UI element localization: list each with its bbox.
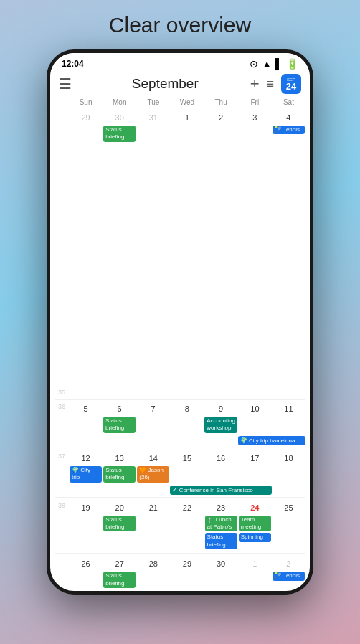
day-cell[interactable]: 31	[136, 110, 170, 387]
screen: 12:04 ⊙ ▲ ▌ 🔋 ☰ September + ≡ SEP 24	[50, 53, 310, 591]
day-num: 1	[181, 111, 194, 124]
day-cell[interactable]: 7	[136, 401, 170, 435]
day-cell[interactable]: 27 Status briefing	[103, 556, 136, 589]
day-cell[interactable]: 1	[238, 556, 272, 589]
day-cell[interactable]: 23 🍴 Lunch at Pablo's Status briefing	[204, 500, 238, 551]
signal-icon: ▌	[275, 58, 283, 70]
day-cell[interactable]: 3	[238, 110, 272, 387]
day-cell-today[interactable]: 24 Team meeting Spinning	[238, 500, 272, 551]
day-cell[interactable]: 2	[204, 110, 238, 387]
day-num: 14	[147, 452, 160, 465]
event-team-meeting[interactable]: Team meeting	[239, 516, 271, 532]
day-cell[interactable]: 19	[69, 500, 103, 551]
day-cell[interactable]: 30 Status briefing	[103, 110, 136, 387]
day-num: 22	[181, 501, 194, 514]
day-cell[interactable]: 13 Status briefing	[103, 450, 136, 484]
day-cell[interactable]: 10	[238, 401, 272, 435]
dow-mon: Mon	[103, 98, 136, 106]
calendar-today-button[interactable]: SEP 24	[281, 74, 301, 94]
day-num: 17	[248, 452, 261, 465]
day-cell[interactable]: 2 🎾 Tennis	[272, 556, 305, 589]
week-37-span-row: ✓ Conference in San Fransisco	[53, 486, 307, 495]
event-status-briefing-13[interactable]: Status briefing	[103, 466, 136, 483]
cal-day-label: 24	[286, 82, 296, 91]
day-num: 3	[248, 111, 261, 124]
day-cell[interactable]: 15	[170, 450, 204, 484]
calendar-grid: 29 30 Status briefing 31 1	[50, 108, 310, 591]
day-cell[interactable]: 1	[170, 110, 204, 387]
event-city-trip-12[interactable]: 🌍 City trip	[70, 466, 102, 483]
day-cell[interactable]: 6 Status briefing	[103, 401, 136, 435]
day-num: 21	[147, 501, 160, 514]
day-cell[interactable]: 17	[238, 450, 272, 484]
day-num: 26	[80, 557, 93, 570]
status-time: 12:04	[62, 59, 84, 69]
week-divider-35	[55, 399, 305, 400]
week-divider-38	[55, 553, 305, 554]
event-lunch-pablos[interactable]: 🍴 Lunch at Pablo's	[205, 516, 237, 532]
span-conference[interactable]: ✓ Conference in San Fransisco	[170, 486, 271, 495]
day-cell[interactable]: 29	[170, 556, 204, 589]
day-cell[interactable]: 18	[272, 450, 305, 484]
day-cell[interactable]: 4 🎾 Tennis	[272, 110, 305, 387]
day-cell[interactable]: 28	[136, 556, 170, 589]
status-icons: ⊙ ▲ ▌ 🔋	[250, 58, 298, 70]
day-num: 12	[80, 452, 93, 465]
day-num: 29	[181, 557, 194, 570]
day-cell[interactable]: 11	[272, 401, 305, 435]
day-cell[interactable]: 14 🧡 Jason (26)	[136, 450, 170, 484]
day-cell[interactable]: 16	[204, 450, 238, 484]
dow-sun: Sun	[69, 98, 103, 106]
week-divider-36	[55, 448, 305, 448]
day-cell[interactable]: 30	[204, 556, 238, 589]
day-num: 1	[248, 557, 261, 570]
page-container: Clear overview 12:04 ⊙ ▲ ▌ 🔋 ☰ September…	[0, 0, 360, 644]
battery-icon: 🔋	[286, 58, 298, 70]
day-num: 4	[282, 111, 295, 124]
week-row-37-days: 37 12 🌍 City trip 13 Status briefing 14	[53, 450, 307, 484]
week-divider-37	[55, 497, 305, 498]
day-cell[interactable]: 12 🌍 City trip	[69, 450, 103, 484]
event-tennis-1[interactable]: 🎾 Tennis	[273, 126, 305, 134]
wifi-icon: ▲	[262, 58, 272, 70]
event-status-briefing-27[interactable]: Status briefing	[103, 572, 136, 588]
location-icon: ⊙	[250, 58, 258, 70]
week-num-1	[55, 110, 69, 387]
day-num: 15	[181, 452, 194, 465]
day-num: 7	[147, 402, 160, 415]
day-cell[interactable]: 20 Status briefing	[103, 500, 136, 551]
day-cell[interactable]: 21	[136, 500, 170, 551]
day-num: 18	[282, 452, 295, 465]
day-cell[interactable]: 5	[69, 401, 103, 435]
day-num: 30	[214, 557, 227, 570]
week-row-38-days: 38 19 20 Status briefing 21	[53, 500, 307, 551]
event-accounting-workshop[interactable]: Accounting workshop	[204, 417, 237, 433]
day-cell[interactable]: 25	[272, 500, 305, 551]
day-cell[interactable]: 9 Accounting workshop	[204, 401, 238, 435]
event-spinning[interactable]: Spinning	[239, 533, 271, 541]
week-num-37: 37	[55, 450, 69, 484]
filter-icon[interactable]: ≡	[266, 77, 274, 92]
day-cell[interactable]: 26	[69, 556, 103, 589]
dow-fri: Fri	[238, 98, 272, 106]
event-jason[interactable]: 🧡 Jason (26)	[137, 466, 169, 483]
event-status-briefing[interactable]: Status briefing	[103, 126, 136, 142]
day-num: 2	[282, 557, 295, 570]
event-status-briefing-6[interactable]: Status briefing	[103, 417, 136, 433]
dow-thu: Thu	[204, 98, 238, 106]
day-cell[interactable]: 22	[170, 500, 204, 551]
day-cell[interactable]: 8	[170, 401, 204, 435]
dow-sat: Sat	[272, 98, 305, 106]
day-num: 19	[80, 501, 93, 514]
menu-icon[interactable]: ☰	[59, 75, 72, 93]
phone-frame: 12:04 ⊙ ▲ ▌ 🔋 ☰ September + ≡ SEP 24	[47, 49, 313, 595]
span-city-trip-barcelona[interactable]: 🌍 City trip barcelona	[238, 436, 305, 445]
month-title: September	[80, 76, 250, 92]
event-status-briefing-20[interactable]: Status briefing	[103, 516, 136, 532]
event-status-briefing-23[interactable]: Status briefing	[205, 533, 237, 549]
week-row-39-days: 26 27 Status briefing 28 29	[53, 556, 307, 589]
add-event-button[interactable]: +	[250, 75, 260, 93]
event-tennis-2[interactable]: 🎾 Tennis	[273, 572, 305, 580]
day-cell[interactable]: 29	[69, 110, 103, 387]
day-num: 16	[214, 452, 227, 465]
